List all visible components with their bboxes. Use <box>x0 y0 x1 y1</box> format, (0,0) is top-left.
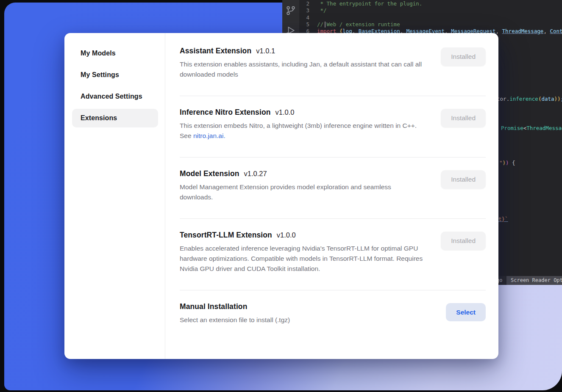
screenshot-stage: 2 * The entrypoint for the plugin. 3 */ … <box>0 0 562 392</box>
line-number: 4 <box>299 14 317 21</box>
extension-description: Enables accelerated inference leveraging… <box>180 243 426 274</box>
screen-reader-status[interactable]: Screen Reader Optimized <box>506 276 562 285</box>
extension-row: Assistant Extension v1.0.1 This extensio… <box>180 33 486 96</box>
code-line: * The entrypoint for the plugin. <box>317 0 422 7</box>
extension-row: Model Extension v1.0.27 Model Management… <box>180 157 486 219</box>
line-number: 5 <box>299 21 317 28</box>
code-line: // Web / extension runtime <box>317 21 400 28</box>
sidebar-item-my-settings[interactable]: My Settings <box>72 66 158 84</box>
code-fragment: t}` <box>498 216 508 223</box>
code-fragment: Promise<ThreadMessage> <box>501 125 562 132</box>
code-fragment: ")) { <box>499 160 515 166</box>
sidebar-item-advanced-settings[interactable]: Advanced Settings <box>72 87 158 106</box>
nitro-jan-ai-link[interactable]: nitro.jan.ai. <box>193 132 225 139</box>
manual-installation-title: Manual Installation <box>180 302 247 311</box>
extension-version: v1.0.0 <box>277 231 296 239</box>
extension-description: This extension enables assistants, inclu… <box>180 59 426 80</box>
code-lines: 2 * The entrypoint for the plugin. 3 */ … <box>299 0 562 35</box>
text-cursor <box>325 22 326 28</box>
extension-name: TensortRT-LLM Extension <box>180 231 272 240</box>
extension-description: Model Management Extension provides mode… <box>180 182 426 202</box>
extension-name: Model Extension <box>180 169 239 178</box>
settings-sidebar: My Models My Settings Advanced Settings … <box>64 33 165 359</box>
sidebar-item-my-models[interactable]: My Models <box>72 44 158 63</box>
extensions-list: Assistant Extension v1.0.1 This extensio… <box>165 33 498 359</box>
extension-row: Inference Nitro Extension v1.0.0 This ex… <box>180 96 486 157</box>
extension-name: Assistant Extension <box>180 47 251 55</box>
line-number: 3 <box>299 7 317 14</box>
select-file-button[interactable]: Select <box>446 303 486 321</box>
installed-button[interactable]: Installed <box>441 170 486 189</box>
settings-modal: My Models My Settings Advanced Settings … <box>64 33 498 359</box>
installed-button[interactable]: Installed <box>441 109 486 127</box>
extension-description: This extension embeds Nitro, a lightweig… <box>180 121 426 141</box>
source-control-icon[interactable] <box>285 5 296 16</box>
line-number: 2 <box>299 0 317 7</box>
sidebar-item-extensions[interactable]: Extensions <box>72 109 158 127</box>
manual-installation-row: Manual Installation Select an extension … <box>180 290 486 325</box>
extension-row: TensortRT-LLM Extension v1.0.0 Enables a… <box>180 219 486 290</box>
extension-version: v1.0.27 <box>244 170 267 178</box>
code-line: */ <box>317 7 327 14</box>
extension-version: v1.0.1 <box>256 47 275 55</box>
manual-installation-description: Select an extension file to install (.tg… <box>180 315 290 325</box>
extension-name: Inference Nitro Extension <box>180 108 271 117</box>
code-fragment: rator.inference(data)); <box>490 96 562 102</box>
installed-button[interactable]: Installed <box>441 47 486 66</box>
installed-button[interactable]: Installed <box>441 232 486 250</box>
extension-version: v1.0.0 <box>275 108 295 116</box>
